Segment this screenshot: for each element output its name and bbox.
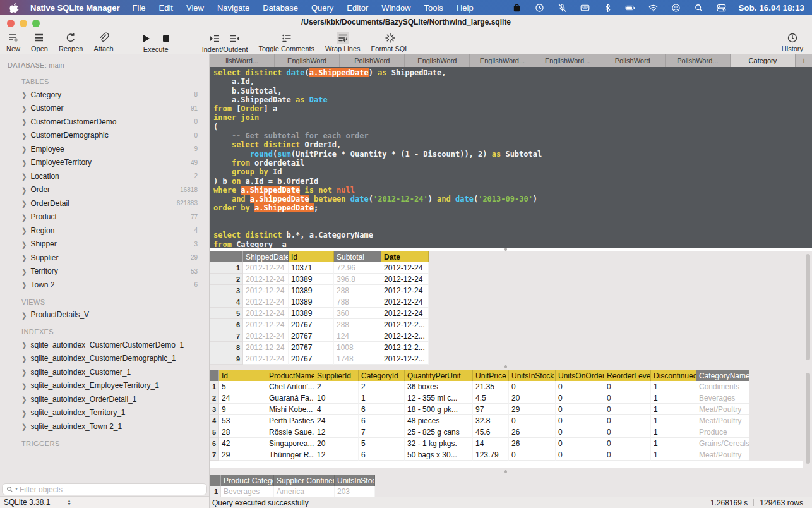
reopen-button[interactable]: Reopen bbox=[59, 32, 83, 52]
new-button[interactable]: New bbox=[6, 32, 20, 52]
add-tab-button[interactable]: + bbox=[796, 54, 812, 67]
cell-Discontinued[interactable]: 1 bbox=[651, 404, 696, 415]
table-row[interactable]: 642Singaporea...20532 - 1 kg pkgs.142600… bbox=[210, 438, 749, 449]
cell-Id[interactable]: 5 bbox=[219, 381, 266, 392]
chevron-right-icon[interactable]: ❯ bbox=[21, 226, 27, 234]
cell-ReorderLevel[interactable]: 0 bbox=[604, 381, 651, 392]
cell-Date[interactable]: 2012-12-24 bbox=[381, 308, 429, 319]
bluetooth-icon[interactable] bbox=[602, 3, 613, 13]
cell-Id[interactable]: 53 bbox=[219, 415, 266, 426]
cell-UnitsInStock[interactable]: 20 bbox=[509, 392, 556, 404]
table-row[interactable]: 39Mishi Kobe...4618 - 500 g pk...9729001… bbox=[210, 404, 749, 415]
cell-ProductName[interactable]: Thüringer R... bbox=[266, 449, 314, 461]
chevron-right-icon[interactable]: ❯ bbox=[21, 267, 27, 275]
table-row[interactable]: 1BeveragesAmerica203 bbox=[210, 486, 375, 497]
cell-SupplierId[interactable]: 24 bbox=[314, 415, 359, 426]
table-row[interactable]: 62012-12-24207672882012-12-2... bbox=[210, 319, 429, 330]
cell-QuantityPerUnit[interactable]: 12 - 355 ml c... bbox=[405, 392, 473, 404]
sidebar-item-Product[interactable]: ❯Product77 bbox=[6, 210, 203, 224]
cell-Date[interactable]: 2012-12-24 bbox=[381, 296, 429, 308]
cell-Subtotal[interactable]: 1008 bbox=[334, 342, 381, 353]
table-row[interactable]: 32012-12-24103892882012-12-24 bbox=[210, 285, 429, 296]
cell-ProductName[interactable]: Singaporea... bbox=[266, 438, 314, 449]
table-row[interactable]: 42012-12-24103897882012-12-24 bbox=[210, 296, 429, 308]
table-row[interactable]: 22012-12-2410389396.82012-12-24 bbox=[210, 274, 429, 285]
chevron-right-icon[interactable]: ❯ bbox=[21, 104, 27, 112]
cell-Date[interactable]: 2012-12-2... bbox=[381, 353, 429, 365]
splitter-handle-icon[interactable] bbox=[504, 470, 507, 473]
tab-9-Category[interactable]: Category bbox=[731, 54, 796, 67]
sidebar-item-Order[interactable]: ❯Order16818 bbox=[6, 183, 203, 197]
chevron-right-icon[interactable]: ❯ bbox=[21, 90, 27, 99]
menu-help[interactable]: Help bbox=[457, 3, 474, 13]
chevron-right-icon[interactable]: ❯ bbox=[21, 172, 27, 180]
column-header-UnitPrice[interactable]: UnitPrice bbox=[473, 370, 509, 381]
cell-CategoryName[interactable]: Meat/Poultry bbox=[696, 449, 749, 461]
sidebar-item-sqlite_autoindex_Territory_1[interactable]: ❯sqlite_autoindex_Territory_1 bbox=[6, 406, 203, 420]
column-header-Discontinued[interactable]: Discontinued bbox=[651, 370, 696, 381]
menu-view[interactable]: View bbox=[186, 3, 204, 13]
splitter-handle-icon[interactable] bbox=[504, 248, 507, 251]
cell-UnitsInStock[interactable]: 0 bbox=[509, 381, 556, 392]
cell-CategoryId[interactable]: 1 bbox=[359, 392, 405, 404]
cell-UnitPrice[interactable]: 32.8 bbox=[473, 415, 509, 426]
chevron-right-icon[interactable]: ❯ bbox=[21, 199, 27, 207]
cell-Id[interactable]: 10389 bbox=[289, 308, 334, 319]
cell-SupplierId[interactable]: 12 bbox=[314, 449, 359, 461]
format-sql-button[interactable]: Format SQL bbox=[371, 32, 409, 52]
chevron-right-icon[interactable]: ❯ bbox=[21, 145, 27, 153]
cell-CategoryName[interactable]: Meat/Poultry bbox=[696, 415, 749, 426]
chevron-right-icon[interactable]: ❯ bbox=[21, 341, 27, 349]
menu-tools[interactable]: Tools bbox=[424, 3, 443, 13]
chevron-right-icon[interactable]: ❯ bbox=[21, 354, 27, 363]
cell-ReorderLevel[interactable]: 0 bbox=[604, 438, 651, 449]
chevron-right-icon[interactable]: ❯ bbox=[21, 118, 27, 126]
scrollbar-thumb[interactable] bbox=[806, 254, 810, 360]
chevron-right-icon[interactable]: ❯ bbox=[21, 186, 27, 194]
cell-UnitsOnOrder[interactable]: 0 bbox=[556, 438, 604, 449]
cell-Subtotal[interactable]: 288 bbox=[334, 285, 381, 296]
column-header-UnitsInStock[interactable]: UnitsInStock bbox=[509, 370, 556, 381]
cell-SupplierId[interactable]: 10 bbox=[314, 392, 359, 404]
cell-QuantityPerUnit[interactable]: 32 - 1 kg pkgs. bbox=[405, 438, 473, 449]
history-button[interactable]: History bbox=[782, 32, 803, 52]
cell-Id[interactable]: 20767 bbox=[289, 330, 334, 342]
column-header-SupplierContinent[interactable]: Supplier Continent bbox=[274, 475, 335, 486]
tab-7-PolishWord[interactable]: PolishWord bbox=[600, 54, 666, 67]
cell-SupplierId[interactable]: 2 bbox=[314, 381, 359, 392]
tab-4-EnglishWord[interactable]: EnglishWord bbox=[405, 54, 470, 67]
cell-Subtotal[interactable]: 360 bbox=[334, 308, 381, 319]
column-header-SupplierId[interactable]: SupplierId bbox=[314, 370, 359, 381]
cell-Subtotal[interactable]: 396.8 bbox=[334, 274, 381, 285]
cell-Discontinued[interactable]: 1 bbox=[651, 438, 696, 449]
chevron-right-icon[interactable]: ❯ bbox=[21, 382, 27, 390]
cell-ProductName[interactable]: Guaraná Fa... bbox=[266, 392, 314, 404]
cell-UnitsOnOrder[interactable]: 0 bbox=[556, 426, 604, 438]
cell-CategoryName[interactable]: Grains/Cereals bbox=[696, 438, 749, 449]
cell-ShippedDate[interactable]: 2012-12-24 bbox=[243, 330, 289, 342]
tab-8-PolishWord[interactable]: PolishWord... bbox=[666, 54, 731, 67]
sidebar-item-Town 2[interactable]: ❯Town 26 bbox=[6, 278, 203, 292]
cell-UnitPrice[interactable]: 14 bbox=[473, 438, 509, 449]
menu-navigate[interactable]: Navigate bbox=[217, 3, 249, 13]
menu-editor[interactable]: Editor bbox=[347, 3, 368, 13]
cell-UnitsOnOrder[interactable]: 0 bbox=[556, 415, 604, 426]
cell-SupplierContinent[interactable]: America bbox=[274, 486, 335, 497]
cell-CategoryName[interactable]: Produce bbox=[696, 426, 749, 438]
cell-Discontinued[interactable]: 1 bbox=[651, 381, 696, 392]
version-stepper[interactable]: ▴▾ bbox=[68, 499, 70, 505]
cell-QuantityPerUnit[interactable]: 50 bags x 30... bbox=[405, 449, 473, 461]
cell-Id[interactable]: 20767 bbox=[289, 342, 334, 353]
cell-ReorderLevel[interactable]: 0 bbox=[604, 426, 651, 438]
cell-ShippedDate[interactable]: 2012-12-24 bbox=[243, 262, 289, 274]
cell-ShippedDate[interactable]: 2012-12-24 bbox=[243, 274, 289, 285]
filter-chevron-icon[interactable]: ▾ bbox=[15, 486, 18, 492]
cell-Discontinued[interactable]: 1 bbox=[651, 415, 696, 426]
sidebar-item-Supplier[interactable]: ❯Supplier29 bbox=[6, 251, 203, 265]
cell-SupplierId[interactable]: 20 bbox=[314, 438, 359, 449]
column-header-Subtotal[interactable]: Subtotal bbox=[334, 251, 381, 262]
cell-ProductName[interactable]: Chef Anton'... bbox=[266, 381, 314, 392]
sidebar-item-EmployeeTerritory[interactable]: ❯EmployeeTerritory49 bbox=[6, 156, 203, 170]
chevron-right-icon[interactable]: ❯ bbox=[21, 368, 27, 376]
cell-ShippedDate[interactable]: 2012-12-24 bbox=[243, 308, 289, 319]
